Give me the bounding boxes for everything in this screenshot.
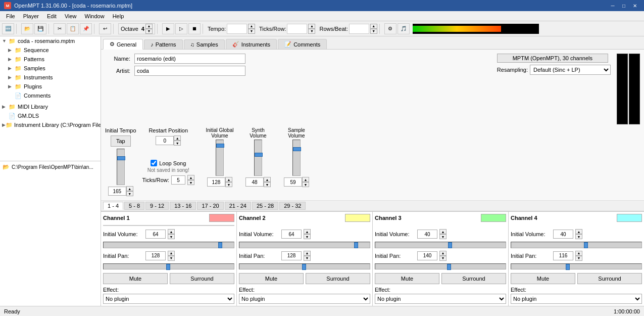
tempo-val-down[interactable]: ▼ — [126, 191, 133, 196]
ch3-pan-input[interactable] — [417, 251, 437, 260]
ch3-pan-down[interactable]: ▼ — [439, 256, 447, 261]
ch4-vol-input[interactable] — [553, 230, 573, 239]
ch4-pan-down[interactable]: ▼ — [575, 256, 582, 261]
ticks-spinners[interactable]: ▲ ▼ — [308, 24, 315, 34]
ch4-pan-input[interactable] — [553, 251, 573, 260]
ch1-mute-button[interactable]: Mute — [103, 273, 168, 284]
ch4-surround-button[interactable]: Surround — [577, 273, 642, 284]
tempo-val-up[interactable]: ▲ — [126, 186, 133, 191]
ch3-mute-button[interactable]: Mute — [375, 273, 439, 284]
restart-down[interactable]: ▼ — [174, 141, 181, 146]
sample-vol-up[interactable]: ▲ — [302, 177, 309, 182]
tempo-input[interactable]: --- — [227, 24, 247, 34]
ch-tab-25-28[interactable]: 25 - 28 — [252, 202, 278, 210]
ch1-vol-down[interactable]: ▼ — [168, 234, 175, 239]
ch1-pan-slider[interactable] — [103, 263, 234, 270]
ticks-row-up[interactable]: ▲ — [187, 175, 194, 180]
tb-stop[interactable]: ⏹ — [188, 23, 201, 34]
tb-save[interactable]: 💾 — [34, 23, 46, 34]
ch-tab-21-24[interactable]: 21 - 24 — [225, 202, 251, 210]
sample-vol-input[interactable] — [284, 177, 302, 187]
tb-undo[interactable]: ↩ — [99, 23, 111, 34]
tb-midi[interactable]: 🎵 — [398, 23, 410, 34]
sidebar-item-sequence[interactable]: ▶ 📁 Sequence — [0, 46, 101, 55]
octave-down[interactable]: ▼ — [145, 29, 153, 34]
sidebar-item-patterns[interactable]: ▶ 📁 Patterns — [0, 55, 101, 64]
ch-tab-1-4[interactable]: 1 - 4 — [103, 202, 123, 210]
tb-copy[interactable]: 📋 — [67, 23, 79, 34]
rows-down[interactable]: ▼ — [370, 29, 377, 34]
menu-file[interactable]: File — [2, 12, 19, 20]
ch2-pan-down[interactable]: ▼ — [304, 256, 311, 261]
ch3-vol-down[interactable]: ▼ — [439, 234, 447, 239]
sidebar-item-plugins[interactable]: ▶ 📁 Plugins — [0, 82, 101, 91]
ch1-vol-input[interactable] — [145, 230, 166, 239]
ch2-vol-down[interactable]: ▼ — [304, 234, 311, 239]
ch3-vol-input[interactable] — [417, 230, 437, 239]
global-vol-input[interactable] — [207, 177, 225, 187]
ch4-color[interactable] — [617, 214, 642, 222]
ch2-pan-slider[interactable] — [239, 263, 370, 270]
synth-vol-thumb[interactable] — [255, 153, 263, 157]
resampling-select[interactable]: Default (Sinc + LP) — [530, 65, 611, 75]
tb-settings[interactable]: ⚙ — [384, 23, 397, 34]
ch2-vol-thumb[interactable] — [354, 242, 358, 248]
name-input[interactable] — [134, 54, 245, 64]
maximize-button[interactable]: □ — [619, 2, 629, 10]
ch4-effect-select[interactable]: No plugin — [511, 294, 642, 304]
synth-vol-input[interactable] — [245, 177, 264, 187]
ch2-vol-input[interactable] — [281, 230, 302, 239]
ch4-vol-up[interactable]: ▲ — [575, 229, 582, 234]
sidebar-item-midi-library[interactable]: ▶ 📁 MIDI Library — [0, 102, 101, 111]
global-vol-thumb[interactable] — [216, 144, 224, 148]
ch3-pan-thumb[interactable] — [447, 264, 451, 270]
rows-spinners[interactable]: ▲ ▼ — [370, 24, 377, 34]
ch4-pan-up[interactable]: ▲ — [575, 251, 582, 256]
menu-window[interactable]: Window — [81, 12, 109, 20]
sidebar-item-path[interactable]: 📂 C:\Program Files\OpenMPT\bin\an... — [0, 162, 101, 171]
menu-view[interactable]: View — [61, 12, 81, 20]
minimize-button[interactable]: ─ — [608, 2, 618, 10]
octave-up[interactable]: ▲ — [145, 24, 153, 29]
ch1-vol-thumb[interactable] — [218, 242, 222, 248]
ch2-vol-slider[interactable] — [239, 242, 370, 248]
ch2-mute-button[interactable]: Mute — [239, 273, 304, 284]
ticks-down[interactable]: ▼ — [308, 29, 315, 34]
tab-samples[interactable]: ♫ Samples — [184, 39, 225, 49]
tb-new[interactable]: 🆕 — [2, 23, 14, 34]
sample-vol-down[interactable]: ▼ — [302, 182, 309, 187]
tb-cut[interactable]: ✂ — [54, 23, 66, 34]
restart-spinners[interactable]: ▲ ▼ — [174, 136, 181, 146]
ch1-surround-button[interactable]: Surround — [170, 273, 234, 284]
close-button[interactable]: ✕ — [630, 2, 640, 10]
ch4-vol-slider[interactable] — [511, 242, 642, 248]
global-vol-up[interactable]: ▲ — [225, 177, 232, 182]
ch3-effect-select[interactable]: No plugin — [375, 294, 506, 304]
tb-play[interactable]: ▶ — [162, 23, 174, 34]
tb-open[interactable]: 📂 — [21, 23, 33, 34]
tab-comments[interactable]: 📝 Comments — [278, 39, 327, 49]
synth-vol-down[interactable]: ▼ — [264, 182, 271, 187]
octave-spinners[interactable]: ▲ ▼ — [145, 24, 153, 34]
ch3-surround-button[interactable]: Surround — [441, 273, 506, 284]
restart-val-input[interactable] — [156, 136, 174, 145]
ch1-pan-thumb[interactable] — [166, 264, 170, 270]
rows-up[interactable]: ▲ — [370, 24, 377, 29]
ticks-row-input[interactable] — [171, 175, 185, 185]
tempo-slider-thumb[interactable] — [117, 156, 125, 160]
ch1-effect-select[interactable]: No plugin — [103, 294, 234, 304]
title-bar-controls[interactable]: ─ □ ✕ — [608, 2, 640, 10]
sidebar-item-instruments[interactable]: ▶ 📁 Instruments — [0, 73, 101, 82]
artist-input[interactable] — [134, 66, 245, 76]
tab-instruments[interactable]: 🎸 Instruments — [226, 39, 277, 49]
ch1-pan-down[interactable]: ▼ — [168, 256, 175, 261]
menu-edit[interactable]: Edit — [43, 12, 61, 20]
ch2-color[interactable] — [345, 214, 370, 222]
tap-button[interactable]: Tap — [111, 136, 131, 147]
tempo-val-input[interactable] — [108, 187, 126, 196]
tempo-down[interactable]: ▼ — [248, 29, 255, 34]
ch3-pan-slider[interactable] — [375, 263, 506, 270]
ticks-input[interactable]: --- — [287, 24, 307, 34]
ch2-pan-thumb[interactable] — [302, 264, 306, 270]
loop-checkbox[interactable] — [151, 160, 157, 166]
